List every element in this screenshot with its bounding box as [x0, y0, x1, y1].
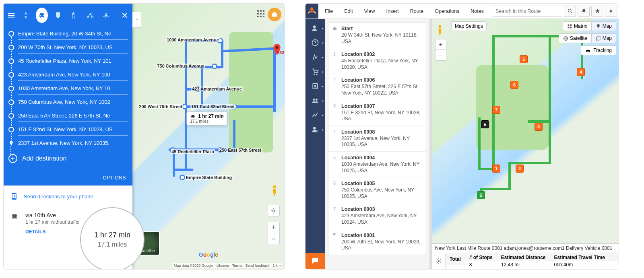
stop-row[interactable]: 4Location 00082337 1st Avenue, New York,… — [328, 126, 426, 152]
apps-grid-icon[interactable] — [257, 10, 266, 19]
sidebar-routes[interactable]: ▸ — [307, 51, 323, 63]
magnified-summary: 1 hr 27 min 17.1 miles — [80, 207, 144, 270]
stop-input-row[interactable]: 250 East 57th Street, 226 E 57th St, Ne — [8, 109, 128, 123]
stop-row[interactable]: 1Location 000245 Rockefeller Plaza, New … — [328, 48, 426, 74]
account-avatar[interactable] — [268, 8, 281, 21]
favorites-button[interactable] — [591, 6, 603, 17]
menu-edit[interactable]: Edit — [339, 4, 358, 19]
pegman-icon[interactable] — [270, 185, 279, 198]
map-settings-button[interactable]: Map Settings — [451, 21, 487, 31]
stop-input[interactable]: 423 Amsterdam Ave, New York, NY 100 — [18, 69, 128, 81]
map-label: 45 Rockefeller Plaza — [171, 149, 215, 154]
sidebar-orders[interactable]: ▸ — [307, 66, 323, 78]
map-canvas[interactable]: Map Settings + − Matrix Map Satellite Ma… — [432, 19, 619, 243]
satellite-layer-button[interactable]: Satellite — [559, 33, 592, 43]
stop-input-row[interactable]: 151 E 82nd St, New York, NY 10028, US — [8, 123, 128, 136]
my-location-button[interactable] — [268, 205, 280, 217]
stop-input[interactable]: 250 East 57th Street, 226 E 57th St, Ne — [18, 110, 128, 122]
stop-input[interactable]: 750 Columbus Ave, New York, NY 1002 — [18, 96, 128, 108]
hamburger-menu-icon[interactable] — [7, 11, 16, 20]
stop-marker-3[interactable]: 3 — [535, 123, 543, 131]
app-logo[interactable] — [305, 4, 318, 19]
tab-car[interactable] — [36, 8, 48, 23]
stop-row[interactable]: Location 0001200 W 70th St, New York, NY… — [328, 229, 426, 255]
sidebar-settings-user[interactable]: ▸ — [307, 124, 323, 136]
add-destination-button[interactable]: + Add destination — [8, 150, 128, 169]
sidebar-team[interactable]: ▸ — [307, 95, 323, 107]
sidebar-addressbook[interactable]: ▸ — [307, 80, 323, 92]
stop-input[interactable]: 2337 1st Avenue, New York, NY 10035, — [18, 137, 128, 149]
stop-input-row[interactable]: Empire State Building, 20 W 34th St, Ne — [8, 27, 128, 41]
stop-input[interactable]: 1030 Amsterdam Ave, New York, NY 10 — [18, 82, 128, 95]
map-layer-button[interactable]: Map — [592, 33, 616, 43]
stop-input-row[interactable]: 750 Columbus Ave, New York, NY 1002 — [8, 95, 128, 109]
search-button[interactable] — [564, 6, 576, 17]
summary-settings-button[interactable] — [432, 253, 446, 269]
sidebar-add-user[interactable]: ▸ — [307, 22, 323, 34]
waypoint-marker[interactable] — [212, 64, 217, 69]
pegman-icon[interactable] — [436, 25, 444, 37]
quick-action-button[interactable] — [605, 6, 617, 17]
stop-input-row[interactable]: 2337 1st Avenue, New York, NY 10035, — [8, 136, 128, 150]
route-line — [480, 188, 508, 190]
tab-best-route[interactable] — [20, 8, 32, 23]
stop-row[interactable]: 3Location 0007151 E 82nd St, New York, N… — [328, 100, 426, 126]
svg-rect-19 — [568, 27, 570, 28]
stop-row[interactable]: Start20 W 34th St, New York, NY 10118, U… — [328, 23, 426, 48]
zoom-out-button[interactable]: − — [436, 50, 446, 60]
route-line — [549, 35, 551, 164]
stop-marker-7[interactable]: 7 — [492, 106, 500, 114]
stop-marker-1[interactable]: 1 — [492, 165, 500, 173]
zoom-out-button[interactable]: − — [268, 233, 279, 245]
stop-input[interactable]: 45 Rockefeller Plaza, New York, NY 101 — [18, 55, 128, 67]
stop-row[interactable]: 7Location 0003423 Amsterdam Ave, New Yor… — [328, 203, 426, 229]
sidebar-help[interactable]: ▸ — [307, 37, 323, 49]
menu-notes[interactable]: Notes — [466, 4, 489, 19]
menu-route[interactable]: Route — [405, 4, 428, 19]
waypoint-marker[interactable] — [180, 175, 185, 180]
route-tooltip: 1 hr 27 min 17.1 miles — [186, 111, 227, 126]
sidebar-chat[interactable] — [305, 253, 325, 269]
map-view-button[interactable]: Map — [592, 21, 616, 31]
stop-number: 7 — [331, 206, 338, 225]
tab-walk[interactable] — [68, 8, 80, 23]
route-search-input[interactable] — [492, 6, 562, 17]
map-canvas[interactable]: 1030 Amsterdam Avenue 750 Columbus Avenu… — [132, 4, 285, 269]
notifications-button[interactable] — [578, 6, 590, 17]
stop-row[interactable]: 5Location 00041030 Amsterdam Ave, New Yo… — [328, 152, 426, 177]
stop-input[interactable]: 151 E 82nd St, New York, NY 10028, US — [18, 124, 128, 136]
start-marker[interactable]: S — [477, 191, 485, 199]
magnified-time: 1 hr 27 min — [94, 231, 130, 239]
close-icon[interactable] — [120, 11, 129, 20]
stop-marker-5[interactable]: 5 — [520, 55, 528, 63]
stop-input-row[interactable]: 1030 Amsterdam Ave, New York, NY 10 — [8, 82, 128, 95]
stop-marker-4[interactable]: 4 — [577, 68, 585, 76]
stop-row[interactable]: 2Location 0006250 East 57th Street, 226 … — [328, 74, 426, 100]
stop-input-row[interactable]: 423 Amsterdam Ave, New York, NY 100 — [8, 68, 128, 82]
menu-operations[interactable]: Operations — [430, 4, 464, 19]
tracking-button[interactable]: Tracking — [581, 45, 616, 55]
send-to-phone-button[interactable]: Send directions to your phone — [4, 185, 132, 207]
options-button[interactable]: OPTIONS — [4, 171, 132, 185]
tab-flight[interactable] — [100, 8, 112, 23]
svg-point-8 — [314, 74, 315, 75]
zoom-in-button[interactable]: + — [436, 39, 446, 50]
stop-input[interactable]: 200 W 70th St, New York, NY 10023, US — [18, 41, 128, 54]
collapse-panel-button[interactable] — [132, 12, 141, 28]
stop-input-row[interactable]: 200 W 70th St, New York, NY 10023, US — [8, 41, 128, 54]
menu-insert[interactable]: Insert — [382, 4, 404, 19]
menu-view[interactable]: View — [359, 4, 380, 19]
zoom-in-button[interactable]: + — [268, 222, 279, 233]
stop-marker-6[interactable]: 6 — [510, 81, 518, 89]
tab-transit[interactable] — [52, 8, 64, 23]
stop-marker-2[interactable]: 2 — [516, 165, 524, 173]
sidebar-analytics[interactable]: ▸ — [307, 109, 323, 121]
end-marker[interactable]: E — [481, 120, 489, 128]
tab-bike[interactable] — [84, 8, 96, 23]
map-label: Empire State Building — [185, 175, 233, 180]
stop-input-row[interactable]: 45 Rockefeller Plaza, New York, NY 101 — [8, 54, 128, 68]
matrix-view-button[interactable]: Matrix — [563, 21, 592, 31]
stop-input[interactable]: Empire State Building, 20 W 34th St, Ne — [18, 28, 128, 40]
menu-file[interactable]: File — [320, 4, 338, 19]
stop-row[interactable]: 6Location 0005750 Columbus Ave, New York… — [328, 177, 426, 203]
